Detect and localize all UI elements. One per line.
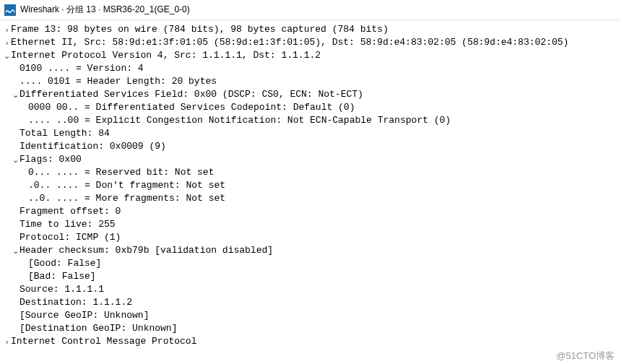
expand-open-icon[interactable]: ⌄ [12,88,20,101]
watermark-text: @51CTO博客 [556,350,615,363]
tree-row[interactable]: Time to live: 255 [0,218,619,231]
tree-row[interactable]: ›Frame 13: 98 bytes on wire (784 bits), … [0,23,619,36]
wireshark-icon [4,4,16,16]
tree-row-text: Fragment offset: 0 [20,205,121,218]
packet-details-tree[interactable]: ›Frame 13: 98 bytes on wire (784 bits), … [0,20,619,348]
tree-row[interactable]: .... ..00 = Explicit Congestion Notifica… [0,114,619,127]
expand-closed-icon[interactable]: › [3,36,11,49]
svg-rect-0 [4,4,16,16]
tree-row-text: .... 0101 = Header Length: 20 bytes [20,75,217,88]
tree-row-text: [Destination GeoIP: Unknown] [20,322,177,335]
tree-row-text: Source: 1.1.1.1 [20,283,104,296]
tree-row[interactable]: [Good: False] [0,257,619,270]
tree-row-text: Protocol: ICMP (1) [20,231,121,244]
tree-row[interactable]: 0000 00.. = Differentiated Services Code… [0,101,619,114]
tree-row[interactable]: [Bad: False] [0,270,619,283]
expand-closed-icon[interactable]: › [3,23,11,36]
tree-row[interactable]: ⌄Internet Protocol Version 4, Src: 1.1.1… [0,49,619,62]
tree-row[interactable]: ›Ethernet II, Src: 58:9d:e1:3f:01:05 (58… [0,36,619,49]
tree-row-text: .... ..00 = Explicit Congestion Notifica… [28,114,451,127]
tree-row-text: [Good: False] [28,257,101,270]
tree-row[interactable]: ›Internet Control Message Protocol [0,335,619,348]
tree-row-text: Flags: 0x00 [20,153,82,166]
tree-row-text: [Bad: False] [28,270,96,283]
tree-row[interactable]: ⌄Differentiated Services Field: 0x00 (DS… [0,88,619,101]
tree-row-text: 0100 .... = Version: 4 [20,62,144,75]
tree-row[interactable]: ..0. .... = More fragments: Not set [0,192,619,205]
expand-closed-icon[interactable]: › [3,335,11,348]
expand-open-icon[interactable]: ⌄ [12,153,20,166]
tree-row-text: ..0. .... = More fragments: Not set [28,192,225,205]
expand-open-icon[interactable]: ⌄ [3,49,11,62]
tree-row-text: [Source GeoIP: Unknown] [20,309,149,322]
tree-row-text: 0... .... = Reserved bit: Not set [28,166,214,179]
tree-row[interactable]: .... 0101 = Header Length: 20 bytes [0,75,619,88]
tree-row[interactable]: Source: 1.1.1.1 [0,283,619,296]
tree-row-text: Internet Control Message Protocol [11,335,196,348]
expand-open-icon[interactable]: ⌄ [12,244,20,257]
titlebar: Wireshark · 分组 13 · MSR36-20_1(GE_0-0) [0,0,619,20]
tree-row-text: Destination: 1.1.1.2 [20,296,132,309]
tree-row-text: Ethernet II, Src: 58:9d:e1:3f:01:05 (58:… [11,36,568,49]
tree-row[interactable]: Identification: 0x0009 (9) [0,140,619,153]
tree-row[interactable]: Protocol: ICMP (1) [0,231,619,244]
tree-row-text: 0000 00.. = Differentiated Services Code… [28,101,355,114]
tree-row-text: Time to live: 255 [20,218,116,231]
tree-row[interactable]: 0100 .... = Version: 4 [0,62,619,75]
tree-row-text: Frame 13: 98 bytes on wire (784 bits), 9… [11,23,389,36]
tree-row[interactable]: .0.. .... = Don't fragment: Not set [0,179,619,192]
tree-row[interactable]: Destination: 1.1.1.2 [0,296,619,309]
tree-row[interactable]: Fragment offset: 0 [0,205,619,218]
tree-row[interactable]: [Destination GeoIP: Unknown] [0,322,619,335]
tree-row[interactable]: ⌄Header checksum: 0xb79b [validation dis… [0,244,619,257]
tree-row-text: .0.. .... = Don't fragment: Not set [28,179,225,192]
tree-row[interactable]: [Source GeoIP: Unknown] [0,309,619,322]
tree-row[interactable]: ⌄Flags: 0x00 [0,153,619,166]
tree-row-text: Identification: 0x0009 (9) [20,140,166,153]
tree-row-text: Internet Protocol Version 4, Src: 1.1.1.… [11,49,321,62]
tree-row-text: Differentiated Services Field: 0x00 (DSC… [20,88,363,101]
tree-row[interactable]: 0... .... = Reserved bit: Not set [0,166,619,179]
window-title: Wireshark · 分组 13 · MSR36-20_1(GE_0-0) [20,4,190,16]
tree-row[interactable]: Total Length: 84 [0,127,619,140]
tree-row-text: Header checksum: 0xb79b [validation disa… [20,244,273,257]
tree-row-text: Total Length: 84 [20,127,110,140]
